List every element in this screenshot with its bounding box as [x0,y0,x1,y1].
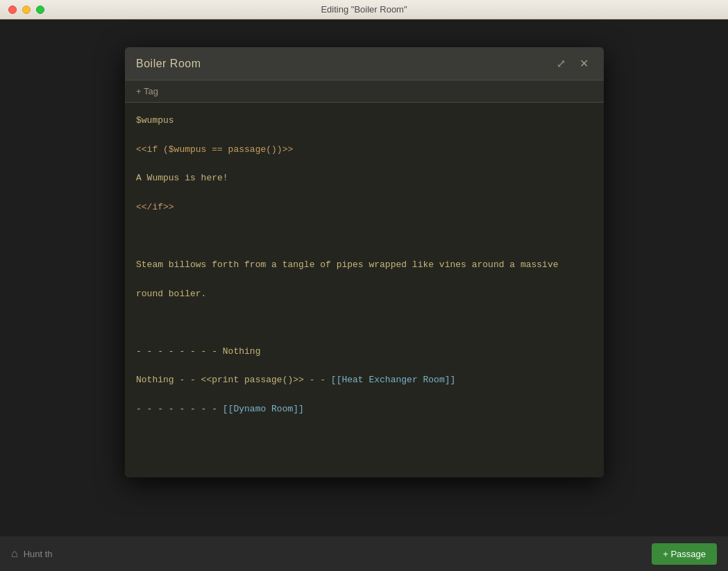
window-controls[interactable] [8,6,44,14]
close-modal-button[interactable]: ✕ [575,56,593,71]
minimize-button[interactable] [22,6,31,14]
close-button[interactable] [8,6,17,14]
passage-editor-modal: ⤢ ✕ + Tag $wumpus <<if ($wumpus == passa… [125,47,604,477]
code-line-5 [136,229,593,244]
code-editor[interactable]: $wumpus <<if ($wumpus == passage())>> A … [125,103,604,477]
code-line-8 [136,316,593,330]
link-dynamo-room[interactable]: [[Dynamo Room]] [223,404,304,414]
maximize-button[interactable] [36,6,44,14]
code-line-4: <</if>> [136,201,593,215]
modal-header: ⤢ ✕ [125,47,604,80]
add-passage-button[interactable]: + Passage [652,543,717,565]
link-heat-exchanger[interactable]: [[Heat Exchanger Room]] [331,375,455,385]
code-line-3: A Wumpus is here! [136,171,593,186]
window-title: Editing "Boiler Room" [321,4,407,15]
bottom-bar-left: ⌂ Hunt th [11,547,53,560]
modal-toolbar: + Tag [125,80,604,103]
code-line-7: round boiler. [136,287,593,302]
main-area: ⤢ ✕ + Tag $wumpus <<if ($wumpus == passa… [0,19,728,571]
code-line-1: $wumpus [136,114,593,128]
passage-title-input[interactable] [136,58,552,70]
code-line-9: - - - - - - - - Nothing [136,345,593,359]
code-line-6: Steam billows forth from a tangle of pip… [136,258,593,273]
modal-header-actions: ⤢ ✕ [552,56,593,71]
home-icon: ⌂ [11,547,18,560]
code-line-11: - - - - - - - - [[Dynamo Room]] [136,402,593,417]
bottom-bar: ⌂ Hunt th + Passage [0,536,728,571]
code-line-10: Nothing - - <<print passage()>> - - [[He… [136,373,593,388]
title-bar: Editing "Boiler Room" [0,0,728,19]
expand-button[interactable]: ⤢ [552,56,570,71]
code-line-2: <<if ($wumpus == passage())>> [136,143,593,157]
add-tag-button[interactable]: + Tag [136,86,158,96]
project-name: Hunt th [24,549,53,559]
